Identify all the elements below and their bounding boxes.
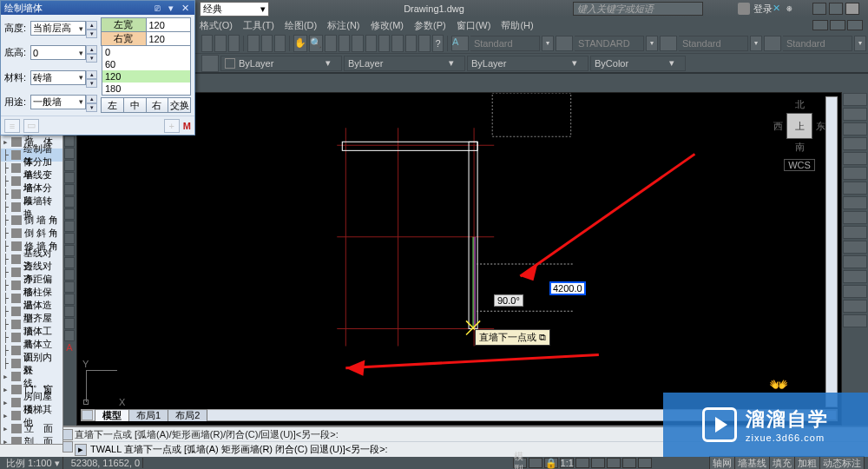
vscrollbar[interactable] [825,96,838,407]
base-spin[interactable]: ▴▾ [86,45,97,60]
annoscale-button[interactable]: 🔒 [544,458,558,468]
pick-point-icon[interactable]: + [164,119,180,133]
wall-palette-title[interactable]: 绘制墙体 ⎚▾✕ [1,1,194,15]
menu-icon[interactable]: ▾ [165,3,177,13]
menu-help[interactable]: 帮助(H) [501,19,533,32]
cmd-recent-icon[interactable] [62,441,73,452]
viewcube[interactable]: 北 西上东 南 WCS [773,98,825,171]
satellite-icon[interactable]: ⎈ [786,3,799,15]
height-combo[interactable]: 当前层高▾ [30,21,86,36]
plotstyle-combo[interactable]: ByColor▾ [590,56,686,71]
quickview-icon[interactable] [529,458,542,468]
infocenter-search[interactable]: 键入关键字或短语 [573,2,703,16]
menu-format[interactable]: 格式(O) [200,19,233,32]
width-listbox[interactable]: 0 60 120 180 200 240 [102,45,191,96]
annoscale-val[interactable]: 1:1 [560,458,574,468]
design-tree-panel[interactable]: ▸设 置▸轴网柱子▸墙 体├绘制墙体├等分加墙├单线变墙├墙体分段├幕墙转换├倒… [0,97,63,445]
close-button[interactable] [845,3,859,15]
base-combo[interactable]: 0▾ [30,45,86,60]
dyn-length-input[interactable]: 4200.0 [550,282,585,294]
use-spin[interactable]: ▴▾ [86,95,97,109]
dc-icon[interactable] [365,35,377,52]
pan-icon[interactable]: ✋ [293,35,307,52]
vc-top[interactable]: 上 [786,113,812,139]
anno-vis-icon[interactable] [575,458,589,468]
tablestyle[interactable]: Standard▾ [660,36,762,51]
mdi-min[interactable] [812,20,828,30]
redo-icon[interactable] [274,35,286,52]
isolate-icon[interactable] [638,458,652,468]
tree-item[interactable]: ├倒 斜 角 [1,227,62,240]
toggle-grid[interactable]: 轴网 [709,456,734,470]
tree-item[interactable]: ▸双线。。 [1,370,62,383]
wall-mode1-icon[interactable]: ≡ [4,119,20,133]
workspace-dropdown[interactable]: 经典▾ [200,2,269,17]
maximize-button[interactable] [829,3,843,15]
exchange-icons[interactable]: ✕⎈ [773,3,799,15]
list-item[interactable]: 120 [102,70,190,83]
mlstyle[interactable]: Standard▾ [764,36,866,51]
menu-dim[interactable]: 标注(N) [327,19,359,32]
toggle-baseline[interactable]: 墙基线 [734,456,769,470]
help-icon[interactable]: ? [432,35,444,52]
right-width-val[interactable]: 120 [146,31,192,46]
zoom-prev-icon[interactable] [339,35,350,52]
save-icon[interactable] [228,35,240,52]
markup-icon[interactable] [405,35,417,52]
command-input[interactable]: TWALL 直墙下一点或 [弧墙(A) 矩形画墙(R) 闭合(C) 回退(U)]… [90,443,388,456]
list-item[interactable]: 200 [102,95,190,96]
lineweight-combo[interactable]: ByLayer▾ [467,56,589,71]
justify-center-button[interactable]: 中 [123,97,147,113]
toggle-dyndim[interactable]: 动态标注 [819,456,865,470]
menu-param[interactable]: 参数(P) [414,19,446,32]
wall-mode2-icon[interactable]: ▭ [23,119,39,133]
layer-color-combo[interactable]: ByLayer▾ [220,56,342,71]
palette-close-icon[interactable]: ✕ [179,3,191,13]
minimize-button[interactable] [812,3,826,15]
mdi-max[interactable] [830,20,845,30]
pin-icon[interactable]: ⎚ [151,3,163,13]
tab-layout1[interactable]: 布局1 [128,409,168,421]
zoom-icon[interactable]: 🔍 [309,35,323,52]
menu-draw[interactable]: 绘图(D) [285,19,317,32]
layer-mgr-icon[interactable] [201,55,219,72]
toggle-bold[interactable]: 加粗 [794,456,819,470]
props-icon[interactable] [352,35,363,52]
scroll-left-icon[interactable] [82,410,93,420]
zoom-window-icon[interactable] [325,35,336,52]
vc-north[interactable]: 北 [773,98,825,111]
drawing-canvas[interactable]: 90.0° 4200.0 直墙下一点或 ⧉ 北 西上东 南 WCS X Y 模型… [76,92,842,426]
new-icon[interactable] [201,35,213,52]
mat-combo[interactable]: 砖墙▾ [30,70,86,85]
wcs-label[interactable]: WCS [784,159,815,171]
list-item[interactable]: 0 [102,46,190,58]
tpal-icon[interactable] [378,35,390,52]
wall-palette[interactable]: 绘制墙体 ⎚▾✕ 高度: 当前层高▾ ▴▾ 底高: 0▾ ▴▾ 材料: 砖墙▾ … [0,0,195,135]
exchange-icon[interactable]: ✕ [773,3,785,15]
sheet-icon[interactable] [391,35,403,52]
cmd-history-icon[interactable] [62,429,73,440]
open-icon[interactable] [214,35,226,52]
login-button[interactable]: 登录 [738,3,773,16]
linetype-combo[interactable]: ByLayer▾ [344,56,465,71]
list-item[interactable]: 60 [102,58,190,70]
use-combo[interactable]: 一般墙▾ [30,95,86,109]
justify-left-button[interactable]: 左 [101,97,124,113]
dimstyle[interactable]: STANDARD▾ [556,36,658,51]
calc-icon[interactable] [418,35,430,52]
justify-right-button[interactable]: 右 [146,97,169,113]
model-button[interactable]: 模型 [513,458,527,468]
plot-icon[interactable] [247,35,259,52]
toolbar-lock-icon[interactable] [607,458,621,468]
menu-window[interactable]: 窗口(W) [457,19,491,32]
vc-east[interactable]: 东 [816,120,825,133]
mdi-close[interactable] [847,20,863,30]
list-item[interactable]: 180 [102,83,190,95]
ws-switch-icon[interactable] [591,458,605,468]
toggle-hatch[interactable]: 填充 [769,456,794,470]
tree-item[interactable]: ├幕墙转换 [1,201,62,214]
vc-west[interactable]: 西 [773,120,783,133]
left-width-val[interactable]: 120 [146,17,192,32]
textstyle-1[interactable]: AStandard▾ [451,36,554,51]
tree-item[interactable]: ▸楼梯其他 [1,409,62,422]
